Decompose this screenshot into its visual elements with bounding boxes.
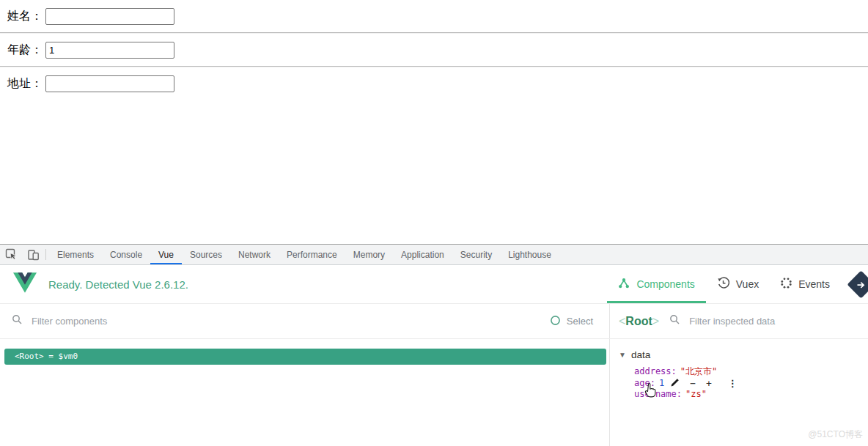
vue-tab-events[interactable]: Events [770,265,841,303]
vue-tab-label: Events [798,278,830,290]
prop-row-age: age: 1 − + ⋮ [634,378,868,390]
prop-key: address [634,366,672,378]
tab-memory[interactable]: Memory [345,245,393,264]
search-icon [669,314,680,328]
inspected-component-tag: <Root> [619,315,659,328]
property-list: address: "北京市" age: 1 − + ⋮ use [634,366,868,401]
prop-value: "zs" [685,389,707,401]
refresh-diamond-icon[interactable] [847,270,868,298]
tab-elements[interactable]: Elements [49,245,102,264]
select-component-button[interactable]: Select [550,315,593,328]
crosshair-ring-icon [550,315,561,328]
vue-logo-icon [13,272,37,296]
select-label: Select [567,316,593,327]
vue-tab-label: Vuex [736,278,759,290]
vue-tab-vuex[interactable]: Vuex [706,265,770,303]
tab-console[interactable]: Console [102,245,150,264]
vue-status-text: Ready. Detected Vue 2.6.12. [48,278,188,291]
tab-network[interactable]: Network [230,245,279,264]
tree-node-root-selected[interactable]: <Root> = $vm0 [4,349,606,365]
search-icon [12,314,23,328]
data-section-label: data [631,349,650,360]
prop-key: age [634,378,650,390]
form-row-name: 姓名： [0,0,868,32]
components-tree-icon [618,278,630,291]
tab-vue[interactable]: Vue [150,245,182,264]
device-toolbar-icon[interactable] [22,245,44,264]
decrement-icon[interactable]: − [690,379,696,388]
address-label: 地址： [7,76,43,92]
tab-lighthouse[interactable]: Lighthouse [500,245,559,264]
vue-tab-label: Components [636,278,694,290]
form-row-address: 地址： [0,67,868,100]
data-section-header[interactable]: ▼ data [619,349,868,360]
tab-application[interactable]: Application [393,245,452,264]
collapse-triangle-icon: ▼ [619,351,626,359]
prop-value: 1 [659,378,664,390]
form-row-age: 年龄： [0,34,868,66]
filter-inspected-data-input[interactable] [689,316,868,327]
edit-pencil-icon[interactable] [671,378,680,388]
age-label: 年龄： [7,42,43,58]
tabbar-separator [45,249,46,260]
vue-filter-row: Select <Root> [0,304,868,339]
watermark: @51CTO博客 [808,428,863,441]
increment-icon[interactable]: + [706,379,712,388]
page-form: 姓名： 年龄： 地址： [0,0,868,100]
name-label: 姓名： [7,9,43,24]
kebab-menu-icon[interactable]: ⋮ [728,379,738,388]
component-tree-pane: <Root> = $vm0 [0,339,610,446]
devtools-panel: Elements Console Vue Sources Network Per… [0,244,868,446]
events-dots-icon [781,278,792,291]
tab-performance[interactable]: Performance [279,245,345,264]
filter-components-input[interactable] [32,316,550,327]
components-filter-pane: Select [0,304,610,338]
history-clock-icon [717,277,729,291]
prop-row-address: address: "北京市" [634,366,868,378]
age-input[interactable] [45,42,174,59]
address-input[interactable] [45,75,174,92]
prop-row-username: username: "zs" [634,389,868,401]
vue-tab-components[interactable]: Components [607,265,705,303]
tab-sources[interactable]: Sources [182,245,230,264]
prop-value: "北京市" [680,366,717,378]
inspect-element-icon[interactable] [0,245,22,264]
vue-content-area: <Root> = $vm0 ▼ data address: "北京市" age:… [0,339,868,446]
name-input[interactable] [45,8,174,25]
vue-devtools-header: Ready. Detected Vue 2.6.12. Components [0,265,868,304]
inspected-filter-pane: <Root> [610,304,868,338]
devtools-tabbar: Elements Console Vue Sources Network Per… [0,245,868,265]
prop-key: username [634,389,677,401]
tab-security[interactable]: Security [452,245,500,264]
